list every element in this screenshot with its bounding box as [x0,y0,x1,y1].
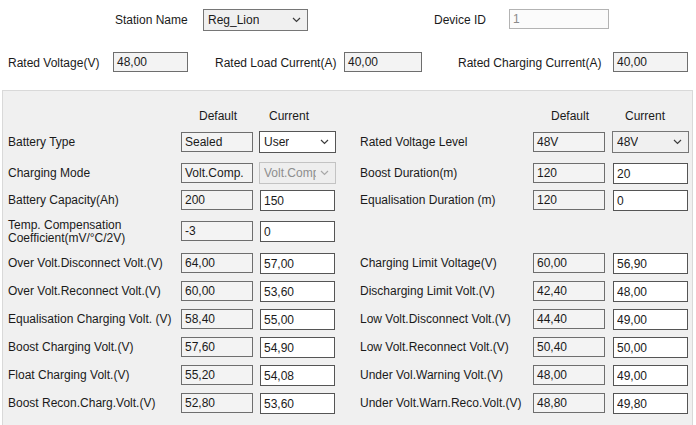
right-current-header: Current [625,109,665,123]
boost-duration-label: Boost Duration(m) [360,167,457,180]
rated-voltage-level-default-field: 48V [533,132,605,152]
station-name-select[interactable]: Reg_Lion [203,9,308,31]
left-current-header: Current [269,109,309,123]
low-volt-disconnect-label: Low Volt.Disconnect Volt.(V) [360,313,511,326]
charging-mode-default-field: Volt.Comp. [181,163,253,183]
equalisation-duration-label: Equalisation Duration (m) [360,194,495,207]
battery-capacity-current-input[interactable] [260,190,335,211]
rated-charging-current-field: 40,00 [613,52,688,72]
over-volt-reconnect-label: Over Volt.Reconnect Volt.(V) [8,285,161,298]
charging-mode-current-select: Volt.Comp [259,162,336,184]
station-name-label: Station Name [115,14,188,27]
charging-limit-label: Charging Limit Voltage(V) [360,257,497,270]
low-volt-reconnect-current-input[interactable] [613,337,688,358]
charging-mode-current-value: Volt.Comp [264,166,316,180]
discharging-limit-default-field: 42,40 [533,281,605,301]
float-charging-default-field: 55,20 [181,365,253,385]
over-volt-disconnect-default-field: 64,00 [181,253,253,273]
under-volt-warn-reco-default-field: 48,80 [533,393,605,413]
low-volt-disconnect-current-input[interactable] [613,309,688,330]
battery-capacity-label: Battery Capacity(Ah) [8,194,119,207]
discharging-limit-current-input[interactable] [613,281,688,302]
low-volt-reconnect-default-field: 50,40 [533,337,605,357]
device-id-label: Device ID [434,14,486,27]
boost-recon-charge-label: Boost Recon.Charg.Volt.(V) [8,397,155,410]
float-charging-label: Float Charging Volt.(V) [8,369,129,382]
boost-recon-charge-current-input[interactable] [260,393,335,414]
rated-load-current-label: Rated Load Current(A) [215,57,336,70]
equalisation-charging-default-field: 58,40 [181,309,253,329]
chevron-down-icon [320,170,329,176]
temp-compensation-current-input[interactable] [260,221,335,242]
equalisation-charging-label: Equalisation Charging Volt. (V) [8,313,171,326]
equalisation-duration-current-input[interactable] [613,190,688,211]
rated-voltage-label: Rated Voltage(V) [8,57,99,70]
battery-type-default-field: Sealed [181,132,253,152]
boost-duration-default-field: 120 [533,163,605,183]
chevron-down-icon [673,139,682,145]
boost-recon-charge-default-field: 52,80 [181,393,253,413]
float-charging-current-input[interactable] [260,365,335,386]
equalisation-duration-default-field: 120 [533,190,605,210]
temp-compensation-default-field: -3 [181,221,253,241]
boost-charging-current-input[interactable] [260,337,335,358]
left-default-header: Default [199,109,237,123]
equalisation-charging-current-input[interactable] [260,309,335,330]
boost-charging-default-field: 57,60 [181,337,253,357]
over-volt-reconnect-current-input[interactable] [260,281,335,302]
rated-voltage-level-label: Rated Voltage Level [360,136,467,149]
rated-load-current-field: 40,00 [344,52,422,72]
charging-limit-default-field: 60,00 [533,253,605,273]
rated-voltage-field: 48,00 [113,52,188,72]
under-volt-warning-label: Under Vol.Warning Volt.(V) [360,369,503,382]
over-volt-disconnect-current-input[interactable] [260,253,335,274]
charging-mode-label: Charging Mode [8,167,90,180]
rated-charging-current-label: Rated Charging Current(A) [458,57,601,70]
under-volt-warning-current-input[interactable] [613,365,688,386]
low-volt-reconnect-label: Low Volt.Reconnect Volt.(V) [360,341,509,354]
right-default-header: Default [551,109,589,123]
over-volt-reconnect-default-field: 60,00 [181,281,253,301]
under-volt-warn-reco-current-input[interactable] [613,393,688,414]
battery-type-current-select[interactable]: User [259,131,336,153]
low-volt-disconnect-default-field: 44,40 [533,309,605,329]
boost-charging-label: Boost Charging Volt.(V) [8,341,133,354]
temp-compensation-label: Temp. Compensation Coefficient(mV/°C/2V) [8,219,166,245]
charging-limit-current-input[interactable] [613,253,688,274]
station-config-window: Station Name Reg_Lion Device ID 1 Rated … [0,0,696,425]
under-volt-warning-default-field: 48,00 [533,365,605,385]
rated-voltage-level-current-select[interactable]: 48V [612,131,689,153]
chevron-down-icon [320,139,329,145]
device-id-field: 1 [509,9,609,29]
station-name-value: Reg_Lion [208,13,259,27]
battery-type-label: Battery Type [8,136,75,149]
over-volt-disconnect-label: Over Volt.Disconnect Volt.(V) [8,257,163,270]
boost-duration-current-input[interactable] [613,163,688,184]
discharging-limit-label: Discharging Limit Volt.(V) [360,285,495,298]
battery-type-current-value: User [264,135,289,149]
battery-capacity-default-field: 200 [181,190,253,210]
rated-voltage-level-current-value: 48V [617,135,638,149]
under-volt-warn-reco-label: Under Volt.Warn.Reco.Volt.(V) [360,397,522,410]
chevron-down-icon [292,17,301,23]
